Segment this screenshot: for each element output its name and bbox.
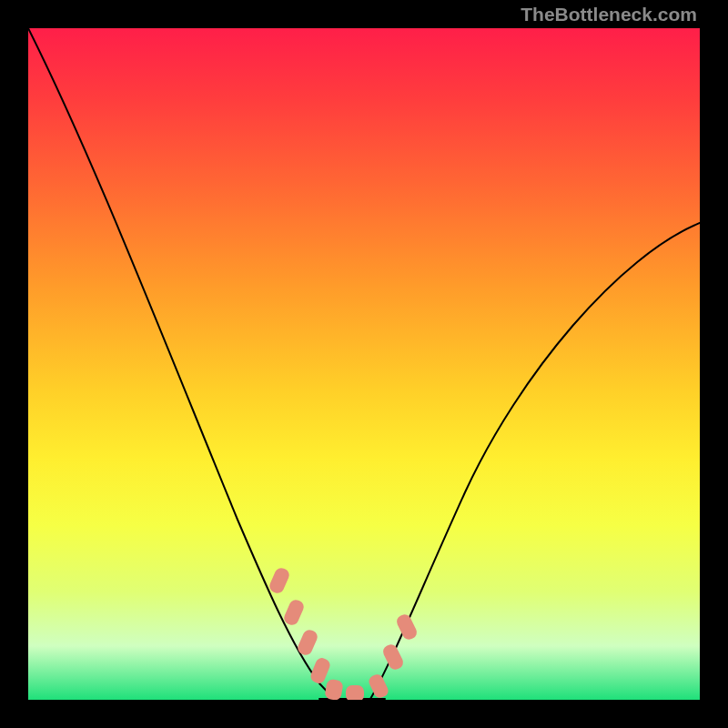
- valley-marker-l5: [324, 679, 344, 700]
- plot-area: [28, 28, 700, 700]
- bottleneck-curve: [28, 28, 700, 700]
- watermark-text: TheBottleneck.com: [521, 4, 697, 25]
- valley-marker-l6: [346, 685, 364, 700]
- curve-right: [370, 223, 700, 699]
- curve-left: [28, 28, 334, 699]
